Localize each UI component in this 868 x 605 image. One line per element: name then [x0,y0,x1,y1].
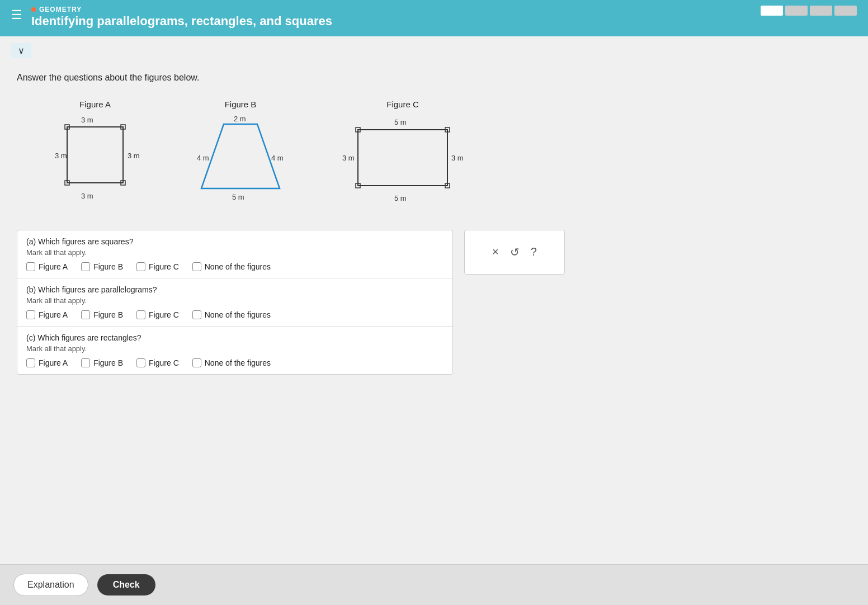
question-c-section: (c) Which figures are rectangles? Mark a… [17,327,452,374]
qb-option-figure-a[interactable]: Figure A [26,310,68,319]
qc-label-figure-a: Figure A [39,358,68,367]
figure-a-svg: 3 m 3 m 3 m 3 m [50,116,140,207]
qa-label-none: None of the figures [205,262,271,271]
qb-checkbox-figure-b[interactable] [81,310,90,319]
figure-b-wrapper: Figure B 2 m 4 m 4 m 5 m [185,100,296,207]
main-content: Answer the questions about the figures b… [0,62,868,576]
figure-a-title: Figure A [79,100,111,109]
page-title: Identifying parallelograms, rectangles, … [31,13,332,30]
figure-b-svg: 2 m 4 m 4 m 5 m [185,116,296,207]
subject-label: GEOMETRY [39,6,82,13]
question-c-options: Figure A Figure B Figure C None of the f… [26,358,444,367]
svg-text:3 m: 3 m [81,192,93,200]
qc-option-figure-b[interactable]: Figure B [81,358,123,367]
figure-c-wrapper: Figure C 5 m 3 m 3 m 5 m [341,100,464,207]
header-right [761,6,857,16]
answer-panel: × ↺ ? [464,230,565,275]
svg-text:5 m: 5 m [232,193,244,201]
subject-dot [31,7,36,12]
questions-area: (a) Which figures are squares? Mark all … [17,230,851,375]
question-a-section: (a) Which figures are squares? Mark all … [17,230,452,278]
figure-b-title: Figure B [225,100,257,109]
help-icon[interactable]: ? [531,245,537,258]
instructions-text: Answer the questions about the figures b… [17,73,851,83]
qa-option-figure-a[interactable]: Figure A [26,262,68,271]
question-c-sub: Mark all that apply. [26,344,444,353]
qa-option-figure-c[interactable]: Figure C [136,262,179,271]
qc-checkbox-none[interactable] [192,358,201,367]
qc-label-none: None of the figures [205,358,271,367]
qa-checkbox-figure-a[interactable] [26,262,35,271]
question-c-text: (c) Which figures are rectangles? [26,333,444,342]
qb-checkbox-figure-c[interactable] [136,310,145,319]
qb-label-figure-c: Figure C [149,310,179,319]
chevron-down-icon: ∨ [18,45,25,56]
figure-c-title: Figure C [386,100,419,109]
qa-checkbox-figure-b[interactable] [81,262,90,271]
figure-a-wrapper: Figure A 3 m 3 m 3 m 3 m [50,100,140,207]
question-b-text: (b) Which figures are parallelograms? [26,285,444,294]
svg-text:3 m: 3 m [55,152,67,160]
explanation-button[interactable]: Explanation [13,574,88,596]
question-a-sub: Mark all that apply. [26,248,444,257]
qc-checkbox-figure-c[interactable] [136,358,145,367]
qb-option-none[interactable]: None of the figures [192,310,271,319]
qc-option-figure-a[interactable]: Figure A [26,358,68,367]
svg-text:2 m: 2 m [234,116,246,123]
question-a-options: Figure A Figure B Figure C None of the f… [26,262,444,271]
retry-icon[interactable]: ↺ [510,245,520,259]
qa-label-figure-a: Figure A [39,262,68,271]
qb-checkbox-figure-a[interactable] [26,310,35,319]
qb-option-figure-c[interactable]: Figure C [136,310,179,319]
questions-box: (a) Which figures are squares? Mark all … [17,230,453,375]
header-subject: GEOMETRY [31,6,332,13]
svg-text:3 m: 3 m [128,152,140,160]
qa-option-none[interactable]: None of the figures [192,262,271,271]
progress-bar [761,6,857,16]
qa-label-figure-c: Figure C [149,262,179,271]
bottom-bar: Explanation Check [0,564,868,605]
qc-label-figure-c: Figure C [149,358,179,367]
header: ☰ GEOMETRY Identifying parallelograms, r… [0,0,868,36]
dropdown-toggle[interactable]: ∨ [11,43,31,58]
progress-seg-3 [810,6,832,16]
qb-option-figure-b[interactable]: Figure B [81,310,123,319]
close-icon[interactable]: × [492,245,499,258]
qc-checkbox-figure-b[interactable] [81,358,90,367]
qb-label-figure-b: Figure B [93,310,123,319]
svg-text:3 m: 3 m [451,154,464,162]
qb-label-none: None of the figures [205,310,271,319]
question-a-text: (a) Which figures are squares? [26,237,444,246]
qb-label-figure-a: Figure A [39,310,68,319]
question-b-options: Figure A Figure B Figure C None of the f… [26,310,444,319]
svg-rect-14 [358,130,447,186]
svg-text:4 m: 4 m [197,154,209,162]
svg-text:3 m: 3 m [342,154,355,162]
svg-text:3 m: 3 m [81,116,93,124]
svg-rect-0 [67,127,123,183]
qa-option-figure-b[interactable]: Figure B [81,262,123,271]
progress-seg-2 [785,6,808,16]
figure-c-svg: 5 m 3 m 3 m 5 m [341,116,464,207]
qb-checkbox-none[interactable] [192,310,201,319]
qc-label-figure-b: Figure B [93,358,123,367]
figures-area: Figure A 3 m 3 m 3 m 3 m [17,100,851,207]
qa-checkbox-figure-c[interactable] [136,262,145,271]
question-b-section: (b) Which figures are parallelograms? Ma… [17,278,452,327]
svg-marker-9 [201,124,280,188]
question-b-sub: Mark all that apply. [26,296,444,305]
svg-text:5 m: 5 m [394,118,407,126]
menu-icon[interactable]: ☰ [11,8,22,22]
qa-label-figure-b: Figure B [93,262,123,271]
qc-option-figure-c[interactable]: Figure C [136,358,179,367]
check-button[interactable]: Check [97,574,155,595]
header-text: GEOMETRY Identifying parallelograms, rec… [31,6,332,30]
qc-checkbox-figure-a[interactable] [26,358,35,367]
qa-checkbox-none[interactable] [192,262,201,271]
svg-text:5 m: 5 m [394,194,407,202]
qc-option-none[interactable]: None of the figures [192,358,271,367]
progress-seg-4 [834,6,857,16]
progress-seg-1 [761,6,783,16]
svg-text:4 m: 4 m [271,154,284,162]
